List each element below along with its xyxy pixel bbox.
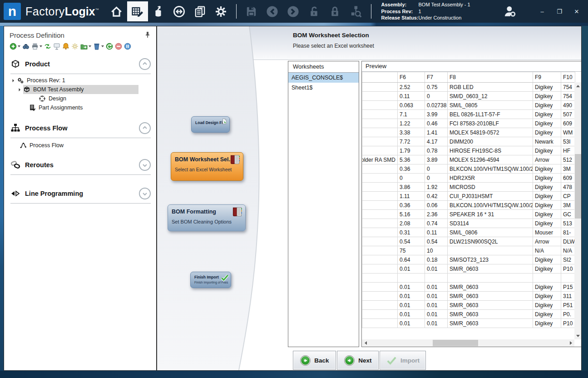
table-cell: 0 xyxy=(425,174,448,183)
back-button[interactable]: Back xyxy=(293,351,336,370)
collapse-up-icon[interactable] xyxy=(139,122,151,134)
minimize-button[interactable]: – xyxy=(535,5,549,17)
stop-icon[interactable] xyxy=(115,43,122,50)
table-cell: Digikey xyxy=(533,301,561,310)
pin-icon[interactable] xyxy=(143,31,152,39)
table-row: 0.010.01SM/R_0603DigikeyP51 xyxy=(362,301,575,310)
toolbar-divider xyxy=(371,4,371,19)
scroll-up-icon[interactable] xyxy=(574,82,582,90)
close-button[interactable]: ✕ xyxy=(570,5,583,17)
step-load-design-files[interactable]: Load Design Files xyxy=(191,116,230,133)
wizard-subtitle: Please select an Excel worksheet xyxy=(293,43,374,49)
save-icon[interactable] xyxy=(241,1,262,21)
flow-search-icon[interactable] xyxy=(346,1,366,21)
table-cell xyxy=(362,283,398,292)
sync-icon[interactable] xyxy=(44,43,51,50)
table-cell: BLKCON.100/VH/TM1SQ/W.100/2 xyxy=(448,201,533,210)
collapse-up-icon[interactable] xyxy=(139,58,151,70)
table-cell: Digikey xyxy=(533,319,561,328)
step-bom-formatting[interactable]: BOM Formatting Set BOM Cleaning Options xyxy=(168,204,246,231)
worksheet-item[interactable]: AEGIS_CONSOLE$ xyxy=(288,73,359,83)
pause-icon[interactable] xyxy=(124,43,131,50)
column-header: F6 xyxy=(398,72,425,83)
table-cell: 81- xyxy=(561,228,575,237)
wizard-page: BOM Worksheet Selection Please select an… xyxy=(157,26,582,371)
preview-header: Preview xyxy=(362,61,582,72)
expander-icon[interactable] xyxy=(17,88,20,91)
tree-item-part-assignments[interactable]: Part Assignments xyxy=(4,103,156,112)
vertical-scroll-thumb[interactable] xyxy=(575,154,581,219)
horizontal-scroll-thumb[interactable] xyxy=(433,340,478,346)
brand-tm: ™ xyxy=(95,8,99,12)
print-icon[interactable] xyxy=(31,43,42,50)
feeder-icon[interactable] xyxy=(148,1,169,21)
home-icon[interactable] xyxy=(106,1,127,21)
expand-down-icon[interactable] xyxy=(139,159,151,171)
next-button[interactable]: Next xyxy=(337,351,379,370)
table-row: 0.0630.02738SM/L_0805Digikey490 xyxy=(362,101,575,110)
horizontal-scrollbar[interactable] xyxy=(362,339,574,347)
line-programming-icon xyxy=(10,189,20,199)
process-designer-icon[interactable] xyxy=(127,1,148,21)
table-cell: Digikey xyxy=(533,264,561,274)
find-icon[interactable] xyxy=(22,43,30,50)
expand-down-icon[interactable] xyxy=(139,188,151,199)
maximize-button[interactable]: ❐ xyxy=(553,5,566,17)
table-cell: 75 xyxy=(398,246,425,255)
divider xyxy=(10,74,151,74)
back-icon[interactable] xyxy=(262,1,283,21)
section-process-flow[interactable]: Process Flow xyxy=(4,118,156,137)
table-row: 5.162.36SPEAKER 16 * 31DigikeyGC xyxy=(362,210,575,219)
table-cell: CP xyxy=(561,192,575,201)
import-button[interactable]: Import xyxy=(380,351,426,370)
lock-icon[interactable] xyxy=(325,1,346,21)
table-cell: Digikey xyxy=(533,201,561,210)
tree-item-process-flow[interactable]: Process Flow xyxy=(4,141,156,150)
section-line-programming[interactable]: Line Programming xyxy=(4,183,156,202)
settings-icon[interactable] xyxy=(211,1,232,21)
table-row: 2.520.75RGB LEDDigikey754 xyxy=(362,83,575,92)
table-cell xyxy=(362,183,398,192)
delete-icon[interactable] xyxy=(93,43,104,50)
add-icon[interactable] xyxy=(10,43,20,50)
table-row: 0.010.01SM/R_0603Digikey311 xyxy=(362,292,575,301)
section-product[interactable]: Product xyxy=(4,54,156,73)
step-finish-import[interactable]: Finish Import Finish Importing of Files xyxy=(190,272,231,288)
tree-item-design[interactable]: Design xyxy=(4,94,156,103)
table-cell xyxy=(425,274,448,283)
step-bom-worksheet-selection[interactable]: BOM Worksheet Sel... Select an Excel Wor… xyxy=(171,152,243,181)
table-cell: Digikey xyxy=(533,255,561,264)
export-icon[interactable] xyxy=(80,43,91,50)
scroll-down-icon[interactable] xyxy=(574,332,582,339)
expander-icon[interactable] xyxy=(11,79,14,82)
table-cell: Digikey xyxy=(533,110,561,119)
table-cell: SM/L_0805 xyxy=(448,101,533,110)
table-cell: 5.16 xyxy=(398,210,425,219)
forward-icon[interactable] xyxy=(283,1,304,21)
display-icon[interactable] xyxy=(53,43,60,50)
unlock-icon[interactable] xyxy=(304,1,325,21)
scroll-left-icon[interactable] xyxy=(362,339,369,347)
table-cell: 0.01 xyxy=(425,319,448,328)
transfer-icon[interactable] xyxy=(169,1,190,21)
refresh-icon[interactable] xyxy=(106,43,113,50)
scroll-right-icon[interactable] xyxy=(567,339,574,347)
tree-item-process-rev[interactable]: Process Rev: 1 xyxy=(4,76,156,85)
table-cell: 609 xyxy=(561,174,575,183)
options-icon[interactable] xyxy=(71,43,79,50)
back-label: Back xyxy=(314,357,329,364)
alerts-icon[interactable] xyxy=(62,43,69,50)
user-logout-icon[interactable] xyxy=(500,1,520,21)
tree-item-label: Part Assignments xyxy=(39,104,83,111)
documents-icon[interactable] xyxy=(190,1,211,21)
table-cell: 1.11 xyxy=(398,192,425,201)
tree-item-bom-assembly[interactable]: BOM Test Assembly xyxy=(4,85,156,94)
table-cell: 2.52 xyxy=(398,83,425,92)
section-reroutes[interactable]: Reroutes xyxy=(4,154,156,174)
table-cell: 0.36 xyxy=(398,164,425,174)
table-cell xyxy=(362,292,398,301)
table-cell xyxy=(362,246,398,255)
table-cell: 0.01 xyxy=(425,310,448,319)
worksheet-item[interactable]: Sheet1$ xyxy=(288,83,359,93)
vertical-scrollbar[interactable] xyxy=(574,82,582,339)
